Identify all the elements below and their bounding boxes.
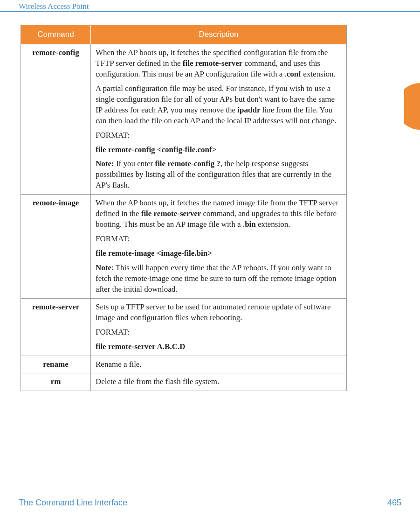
paragraph: Note: If you enter file remote-config ?,… (96, 159, 342, 191)
paragraph: FORMAT: (96, 234, 342, 245)
paragraph: When the AP boots up, it fetches the nam… (96, 198, 342, 230)
desc-remote-server: Sets up a TFTP server to be used for aut… (91, 298, 347, 356)
cmd-remote-config: remote-config (21, 44, 91, 195)
paragraph: Rename a file. (96, 359, 342, 370)
table-row: rename Rename a file. (21, 356, 347, 373)
paragraph: Sets up a TFTP server to be used for aut… (96, 302, 342, 323)
paragraph: When the AP boots up, it fetches the spe… (96, 48, 342, 80)
table-row: remote-config When the AP boots up, it f… (21, 44, 347, 195)
desc-rm: Delete a file from the flash file system… (91, 373, 347, 391)
desc-rename: Rename a file. (91, 356, 347, 373)
orange-tab-icon (404, 83, 420, 130)
col-header-command: Command (21, 25, 91, 44)
cmd-remote-server: remote-server (21, 298, 91, 356)
bold-text: file remote-server (141, 209, 201, 218)
cmd-rm: rm (21, 373, 91, 391)
bold-text: file remote-server A.B.C.D (96, 342, 185, 351)
bold-text: bin (245, 220, 256, 229)
command-table: Command Description remote-config When t… (21, 25, 347, 391)
bold-text: file remote-config <config-file.conf> (96, 145, 216, 154)
paragraph: Note: This will happen every time that t… (96, 263, 342, 295)
bold-text: Note (96, 263, 111, 272)
bold-text: ipaddr (237, 105, 260, 114)
desc-remote-image: When the AP boots up, it fetches the nam… (91, 195, 347, 299)
page-header: Wireless Access Point (0, 0, 420, 12)
table-row: remote-server Sets up a TFTP server to b… (21, 298, 347, 356)
paragraph: Delete a file from the flash file system… (96, 377, 342, 387)
paragraph: file remote-image <image-file.bin> (96, 248, 342, 259)
bold-text: file remote-image <image-file.bin> (96, 249, 212, 258)
table-header-row: Command Description (21, 25, 347, 44)
bold-text: file remote-config ? (155, 159, 220, 168)
cmd-rename: rename (21, 356, 91, 373)
footer-title: The Command Line Interface (19, 498, 127, 508)
footer-page-number: 465 (387, 498, 401, 508)
content-area: Command Description remote-config When t… (0, 12, 420, 400)
desc-remote-config: When the AP boots up, it fetches the spe… (91, 44, 347, 195)
bold-text: Note: (96, 159, 114, 168)
paragraph: A partial configuration file may be used… (96, 84, 342, 126)
bold-text: conf (287, 70, 301, 78)
page-footer: The Command Line Interface 465 (19, 494, 401, 508)
text: If you enter (114, 159, 155, 168)
table-row: rm Delete a file from the flash file sys… (21, 373, 347, 391)
paragraph: file remote-config <config-file.conf> (96, 145, 342, 155)
paragraph: file remote-server A.B.C.D (96, 342, 342, 352)
text: extension. (301, 70, 336, 78)
bold-text: file remote-server (183, 59, 243, 68)
text: extension. (256, 220, 290, 229)
text: : This will happen every time that the A… (96, 263, 337, 294)
paragraph: FORMAT: (96, 130, 342, 141)
cmd-remote-image: remote-image (21, 195, 91, 299)
paragraph: FORMAT: (96, 327, 342, 338)
table-row: remote-image When the AP boots up, it fe… (21, 195, 347, 299)
col-header-description: Description (91, 25, 347, 44)
header-title: Wireless Access Point (19, 2, 89, 11)
